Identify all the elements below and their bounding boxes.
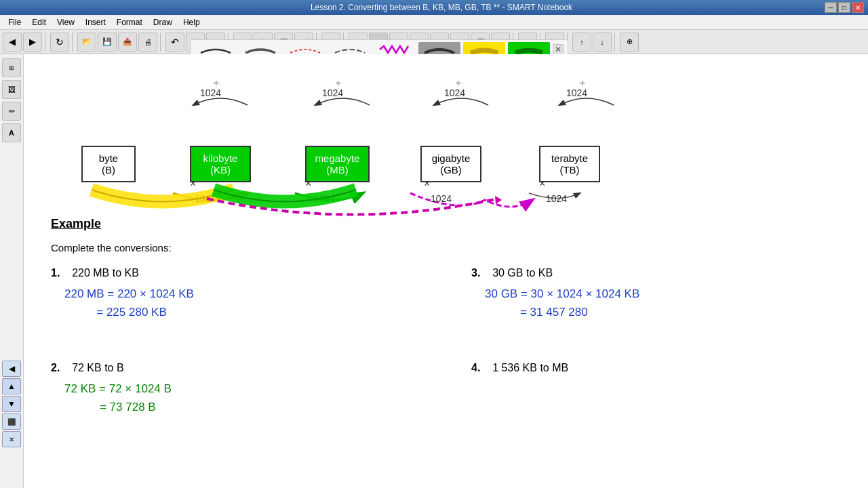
sidebar-pages-button[interactable]: ⊞	[2, 58, 21, 77]
menu-insert[interactable]: Insert	[80, 16, 111, 28]
nav-extra-1[interactable]: ⬛	[2, 413, 21, 430]
menu-edit[interactable]: Edit	[26, 16, 52, 28]
open-button[interactable]: 📂	[77, 33, 96, 52]
sidebar-text-button[interactable]: A	[2, 123, 21, 142]
gigabyte-label: gigabyte	[430, 152, 472, 164]
svg-text:÷: ÷	[214, 78, 219, 89]
gigabyte-symbol: (GB)	[430, 164, 472, 176]
refresh-button[interactable]: ↻	[50, 33, 69, 52]
problem-3-line2: = 31 457 280	[485, 303, 851, 321]
nav-left-button[interactable]: ◀	[2, 361, 21, 377]
svg-text:1024: 1024	[195, 193, 216, 204]
green-arrow-svg	[200, 183, 370, 217]
problem-2-work: 72 KB = 72 × 1024 B = 73 728 B	[64, 380, 431, 416]
problem-1: 1. 220 MB to KB 220 MB = 220 × 1024 KB =…	[51, 267, 431, 348]
left-sidebar: ⊞ 🖼 ✏ A ◀ ▲ ▼ ⬛ ✕	[0, 54, 24, 488]
gigabyte-box: gigabyte (GB)	[420, 146, 481, 182]
window-controls: ─ □ ✕	[825, 2, 864, 13]
byte-box: byte (B)	[81, 146, 136, 182]
problem-3-work: 30 GB = 30 × 1024 × 1024 KB = 31 457 280	[485, 285, 851, 321]
main-content: ÷ ÷ ÷ ÷ 1024 1024 1024 1024 × × × × 1024	[24, 54, 868, 488]
toolbar-separator-3	[160, 33, 163, 52]
kilobyte-box: kilobyte (KB)	[190, 146, 251, 182]
megabyte-box: megabyte (MB)	[305, 146, 370, 182]
close-button[interactable]: ✕	[852, 2, 864, 13]
example-title: Example	[51, 217, 851, 231]
toolbar-separator-2	[72, 33, 75, 52]
sidebar-gallery-button[interactable]: 🖼	[2, 80, 21, 99]
arrow-down-button[interactable]: ↓	[593, 33, 612, 52]
menu-draw[interactable]: Draw	[148, 16, 178, 28]
problem-2-line2: = 73 728 B	[64, 398, 431, 416]
terabyte-symbol: (TB)	[549, 164, 591, 176]
example-intro: Complete the conversions:	[51, 242, 851, 253]
title-bar: Lesson 2. Converting between B, KB, MB, …	[0, 0, 868, 15]
export-button[interactable]: 📤	[118, 33, 137, 52]
svg-text:1024: 1024	[322, 87, 343, 98]
problem-4: 4. 1 536 KB to MB	[471, 362, 851, 443]
undo-button[interactable]: ↶	[165, 33, 184, 52]
pen-toolbar-close[interactable]: ✕	[553, 44, 564, 55]
svg-marker-20	[495, 196, 502, 204]
svg-text:1024: 1024	[546, 193, 567, 204]
svg-text:1024: 1024	[444, 87, 465, 98]
byte-symbol: (B)	[91, 164, 126, 176]
problem-3: 3. 30 GB to KB 30 GB = 30 × 1024 × 1024 …	[471, 267, 851, 348]
menu-view[interactable]: View	[52, 16, 80, 28]
menu-file[interactable]: File	[3, 16, 26, 28]
problem-2: 2. 72 KB to B 72 KB = 72 × 1024 B = 73 7…	[51, 362, 431, 443]
extra-button[interactable]: ⊕	[620, 33, 639, 52]
svg-text:÷: ÷	[456, 78, 461, 89]
terabyte-label: terabyte	[549, 152, 591, 164]
minimize-button[interactable]: ─	[825, 2, 837, 13]
kilobyte-label: kilobyte	[199, 152, 241, 164]
problem-1-header: 1. 220 MB to KB	[51, 267, 431, 279]
megabyte-symbol: (MB)	[315, 164, 360, 176]
menu-help[interactable]: Help	[178, 16, 205, 28]
megabyte-label: megabyte	[315, 152, 360, 164]
canvas-area: ÷ ÷ ÷ ÷ 1024 1024 1024 1024 × × × × 1024	[24, 54, 868, 488]
problem-1-work: 220 MB = 220 × 1024 KB = 225 280 KB	[64, 285, 431, 321]
menu-bar: File Edit View Insert Format Draw Help	[0, 15, 868, 30]
svg-text:1024: 1024	[431, 193, 452, 204]
toolbar-separator-1	[45, 33, 47, 52]
svg-text:1024: 1024	[566, 87, 587, 98]
kilobyte-symbol: (KB)	[199, 164, 241, 176]
svg-text:÷: ÷	[580, 78, 585, 89]
problem-1-line2: = 225 280 KB	[64, 303, 431, 321]
problem-3-line1: 30 GB = 30 × 1024 × 1024 KB	[485, 285, 851, 303]
nav-extra-2[interactable]: ✕	[2, 431, 21, 447]
print-button[interactable]: 🖨	[138, 33, 157, 52]
diagram-svg: ÷ ÷ ÷ ÷ 1024 1024 1024 1024 × × × × 1024	[24, 54, 868, 224]
menu-format[interactable]: Format	[111, 16, 148, 28]
example-section: Example Complete the conversions: 1. 220…	[51, 217, 851, 443]
yellow-arrow-svg	[78, 183, 248, 217]
problem-2-line1: 72 KB = 72 × 1024 B	[64, 380, 431, 398]
back-button[interactable]: ◀	[3, 33, 22, 52]
arrow-up-button[interactable]: ↑	[572, 33, 591, 52]
svg-text:1024: 1024	[314, 193, 335, 204]
save-button[interactable]: 💾	[98, 33, 117, 52]
problem-2-header: 2. 72 KB to B	[51, 362, 431, 374]
nav-page-prev[interactable]: ▲	[2, 378, 21, 394]
window-title: Lesson 2. Converting between B, KB, MB, …	[58, 3, 825, 12]
nav-page-next[interactable]: ▼	[2, 396, 21, 412]
problems-grid: 1. 220 MB to KB 220 MB = 220 × 1024 KB =…	[51, 267, 851, 443]
terabyte-box: terabyte (TB)	[539, 146, 600, 182]
svg-text:÷: ÷	[336, 78, 341, 89]
problem-4-header: 4. 1 536 KB to MB	[471, 362, 851, 374]
maximize-button[interactable]: □	[838, 2, 850, 13]
forward-button[interactable]: ▶	[23, 33, 42, 52]
svg-text:1024: 1024	[200, 87, 221, 98]
toolbar-separator-10	[614, 33, 617, 52]
problem-3-header: 3. 30 GB to KB	[471, 267, 851, 279]
sidebar-pen-button[interactable]: ✏	[2, 102, 21, 121]
byte-label: byte	[91, 152, 126, 164]
problem-1-line1: 220 MB = 220 × 1024 KB	[64, 285, 431, 303]
